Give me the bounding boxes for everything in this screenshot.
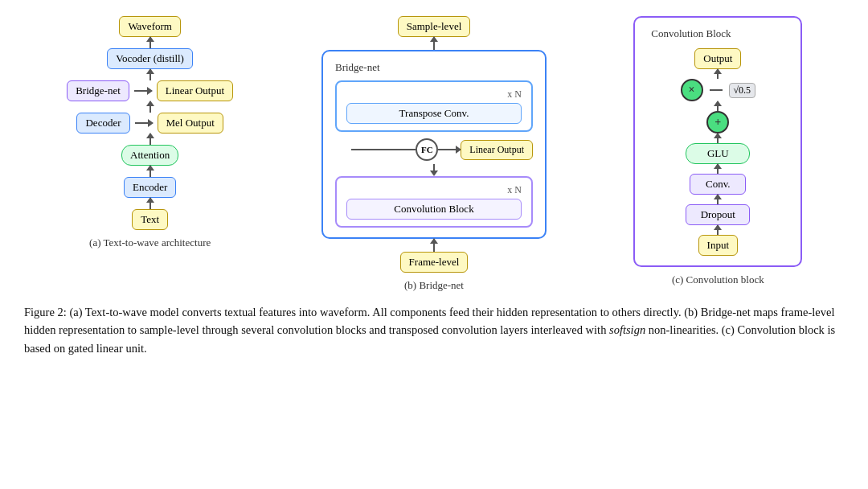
arrow-attention-decoder <box>149 134 151 145</box>
arrow-bridgenet-vocoder <box>149 69 151 80</box>
diagram-b-caption: (b) Bridge-net <box>404 279 464 292</box>
arrow-vocoder-waveform <box>149 37 151 48</box>
linear-output-node: Linear Output <box>157 80 233 101</box>
arrow-fc-linear <box>438 149 461 150</box>
transpose-conv-node: Transpose Conv. <box>346 103 522 124</box>
caption-italic: softsign <box>609 323 645 336</box>
diagrams-container: Waveform Vocoder (distill) Bridge-net Li… <box>24 16 844 292</box>
attention-node: Attention <box>121 145 178 166</box>
transpose-conv-box: x N Transpose Conv. <box>335 80 533 132</box>
diagram-c: Convolution Block Output × √0.5 + GLU <box>625 16 810 286</box>
decoder-node: Decoder <box>76 113 129 134</box>
diagram-b: Sample-level Bridge-net x N Transpose Co… <box>309 16 559 292</box>
arrow-c-glu-conv <box>717 164 719 174</box>
sample-level-node: Sample-level <box>398 16 471 37</box>
glu-node: GLU <box>686 143 750 164</box>
xn-top-label: x N <box>346 88 522 101</box>
arrow-tip-b-mid <box>430 171 438 176</box>
b-linear-output-node: Linear Output <box>461 140 533 160</box>
arrow-decoder-mel <box>135 122 153 124</box>
bridge-net-box: Bridge-net x N Transpose Conv. FC Linear… <box>321 50 547 239</box>
encoder-node: Encoder <box>124 177 176 198</box>
plus-node: + <box>706 111 729 134</box>
arrow-text-encoder <box>149 198 151 209</box>
arrow-b-top <box>433 37 435 50</box>
diagram-c-caption: (c) Convolution block <box>672 273 764 286</box>
multiply-node: × <box>681 79 703 101</box>
bridgenet-row: Bridge-net Linear Output <box>67 80 233 101</box>
fc-node: FC <box>416 138 438 161</box>
conv-node: Conv. <box>690 174 746 195</box>
conv-block-outer-c: Convolution Block Output × √0.5 + GLU <box>633 16 802 267</box>
arrow-c-out <box>717 69 719 79</box>
arrow-bridgenet-linear <box>134 90 152 92</box>
arrow-sqrt-h <box>710 89 723 91</box>
conv-c-stack: Output × √0.5 + GLU Conv. <box>651 48 784 256</box>
xn-bot-label: x N <box>346 184 522 196</box>
conv-block-b-node: Convolution Block <box>346 199 522 220</box>
arrow-c-dropout-input <box>717 225 719 235</box>
figure-caption: Figure 2: (a) Text-to-wave model convert… <box>24 303 844 357</box>
c-input-node: Input <box>698 235 738 256</box>
c-output-node: Output <box>694 48 741 69</box>
arrow-c-plus-glu <box>717 134 719 143</box>
bridge-net-label: Bridge-net <box>335 61 533 74</box>
bridgenet-node: Bridge-net <box>67 80 129 101</box>
vocoder-node: Vocoder (distill) <box>107 48 193 69</box>
multiply-row: × √0.5 <box>681 79 756 101</box>
arrow-encoder-attention <box>149 166 151 177</box>
arrow-b-bottom <box>433 239 435 252</box>
text-node: Text <box>132 209 168 230</box>
conv-block-title: Convolution Block <box>651 27 784 40</box>
conv-block-outer: x N Convolution Block <box>335 176 533 228</box>
decoder-row: Decoder Mel Output <box>76 113 223 134</box>
diagram-a-stack: Waveform Vocoder (distill) Bridge-net Li… <box>67 16 233 230</box>
mel-output-node: Mel Output <box>158 113 223 134</box>
arrow-c-conv-dropout <box>717 195 719 204</box>
waveform-node: Waveform <box>119 16 181 37</box>
diagram-a: Waveform Vocoder (distill) Bridge-net Li… <box>58 16 243 249</box>
v-line-b-mid <box>433 164 435 171</box>
dropout-node: Dropout <box>686 204 750 225</box>
diagram-a-caption: (a) Text-to-wave architecture <box>89 236 211 249</box>
frame-level-node: Frame-level <box>400 252 469 273</box>
arrow-c-mult-plus <box>717 101 719 111</box>
sqrt-node: √0.5 <box>729 83 756 98</box>
arrow-decoder-bridgenet <box>149 101 151 113</box>
